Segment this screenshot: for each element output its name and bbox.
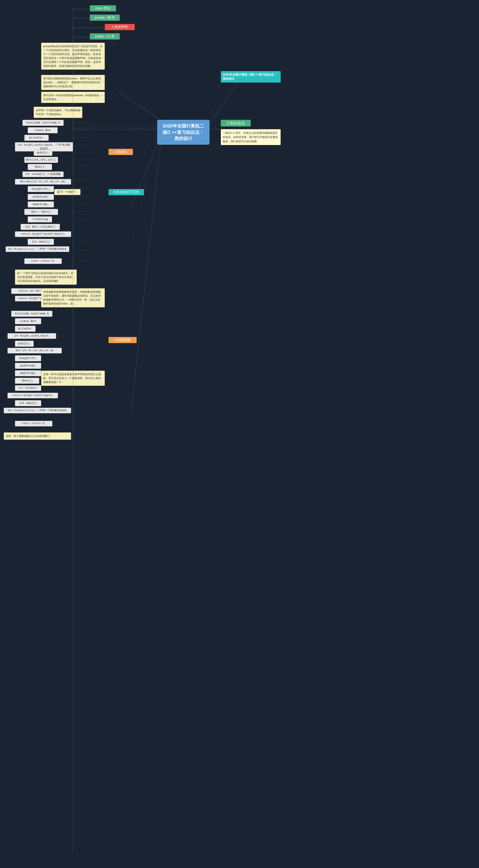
node-desc-inline2: 还有一种方法就是直接放在类声明里的内部定义函数，而不是仅仅加上一个函数原型，我们… xyxy=(41,371,105,386)
node-height-ht2: height=ht; xyxy=(15,355,41,361)
center-label: 2020年全国计算机二级C ++复习知识点：类的设计 xyxy=(163,123,204,141)
node-int-volume2: int volume() xyxy=(15,385,41,391)
node-private2: private: xyxy=(15,326,36,332)
node-box-def1: Box:Box(int ht,int wd,int dp) xyxy=(15,179,71,185)
node-public: public: xyxy=(34,150,53,156)
node-public2: public: xyxy=(15,341,34,347)
node-depth-dp: depth=dp; xyxy=(28,202,54,208)
node-desc-protected: 类中还有一种访问控制符protected，叫保护成员，以后再谈此。 xyxy=(41,92,105,103)
svg-line-41 xyxy=(210,81,221,124)
node-section3: 3.类成员的可见性 xyxy=(108,189,144,195)
node-return-hwp2: return height*width*depth; xyxy=(7,393,58,398)
node-section2: 2.类的成员 xyxy=(221,120,251,127)
mind-map: class 类名 private: //私有 1.类的声明 public: //… xyxy=(0,0,479,868)
node-cout-ret: cout< return 0; xyxy=(24,258,62,264)
node-width-wd2: width=wd; xyxy=(15,363,41,369)
node-desc-inline: 内联函数和普通函数的区别是：内联函数是把函数过程中复制到，通常内联函数必须简短。… xyxy=(41,288,105,307)
svg-line-43 xyxy=(105,27,157,124)
node-box-init: Box(int,int,int); xyxy=(24,157,58,163)
node-box-obj3: Box thisbox(3,4,5); //声明一个类对象并初始化 xyxy=(4,408,71,413)
node-cout-ret2: cout< return 0; xyxy=(15,421,53,427)
node-desc-type: 类中默认型数据类型是private，精神中定义从类型是public，一般情况下，… xyxy=(41,75,105,90)
right-title-label: 2020年全国计算机二级C++复习知识点：类的设计 xyxy=(223,73,277,80)
node-public-comment: public: //公有 xyxy=(90,33,120,39)
node-destructor: ~Box(); xyxy=(28,164,52,170)
node-section4: 4.初始化 xyxy=(108,149,133,155)
node-box-obj2: ~Box(); xyxy=(15,378,39,384)
node-include-iostream: #include iostream.h xyxy=(23,120,64,126)
svg-line-45 xyxy=(108,135,157,192)
node-depth-dp2: depth=dp; xyxy=(15,370,41,376)
node-int-hwp2: int height,width,depth; xyxy=(7,333,56,339)
svg-line-46 xyxy=(108,137,157,339)
node-include-iostream2: #include iostream.h xyxy=(11,311,53,317)
node-center: 2020年全国计算机二级C ++复习知识点：类的设计 xyxy=(157,120,210,145)
node-int-main2: int main() xyxy=(15,400,41,406)
node-next-example: 来下一个例子： xyxy=(54,189,81,195)
node-desc-private-vis: 若一 个类中没有private成员既protected成员，并没有普通函数，并且… xyxy=(15,270,77,285)
node-private: private: xyxy=(24,135,49,141)
node-box-destr: Box::~Box() xyxy=(24,209,58,215)
node-section1: 1.类的声明 xyxy=(105,24,135,30)
node-boxint2: Box:int ht,int wd,int dp xyxy=(7,348,62,353)
node-desc-access: private和public访问控制符决定了成员的可见性。当一个访问控制符出现时… xyxy=(41,43,105,70)
node-right-desc2: 一般在C++类中，所有定义的变量和函数都是类的成员，如果是变量，我们把它叫做成员… xyxy=(221,129,281,145)
svg-line-4 xyxy=(118,92,161,120)
node-class-box2: class Box xyxy=(15,318,41,324)
node-return-hwp: return height*(width*depth); xyxy=(15,231,71,237)
svg-line-7 xyxy=(131,141,161,412)
svg-line-42 xyxy=(210,124,221,129)
node-int-box-volume: int Box::volume() xyxy=(21,224,60,230)
node-class-box: class Box xyxy=(28,127,58,133)
node-private-comment: private: //私有 xyxy=(90,14,120,21)
node-desc-inline-end: 这样，两个函数都默认认为内联函数了。 xyxy=(4,432,71,440)
node-height-ht: height=ht; xyxy=(28,186,54,192)
svg-line-6 xyxy=(131,137,161,206)
node-int-main: int main() xyxy=(28,239,54,245)
right-desc2-label: 一般在C++类中，所有定义的变量和函数都是类的成员，如果是变量，我们把它叫做成员… xyxy=(223,131,278,143)
node-section5: 5.内联函数 xyxy=(108,337,136,343)
node-class-name: class 类名 xyxy=(90,5,116,11)
node-box-obj: Box 甲(hbox(3,4,5); //声明一个类对象并初始化 xyxy=(6,246,69,252)
node-int-volume: int volume(); //成员函数 xyxy=(23,172,64,177)
node-width-wd: width=wd; xyxy=(28,194,54,200)
node-desc-constructor: 在声明一个类的对象时，可以调调构函中含有一个初始化Box。 xyxy=(34,107,82,118)
node-nothing: //nothing xyxy=(28,216,52,222)
node-right-title: 2020年全国计算机二级C++复习知识点：类的设计 xyxy=(221,71,281,83)
